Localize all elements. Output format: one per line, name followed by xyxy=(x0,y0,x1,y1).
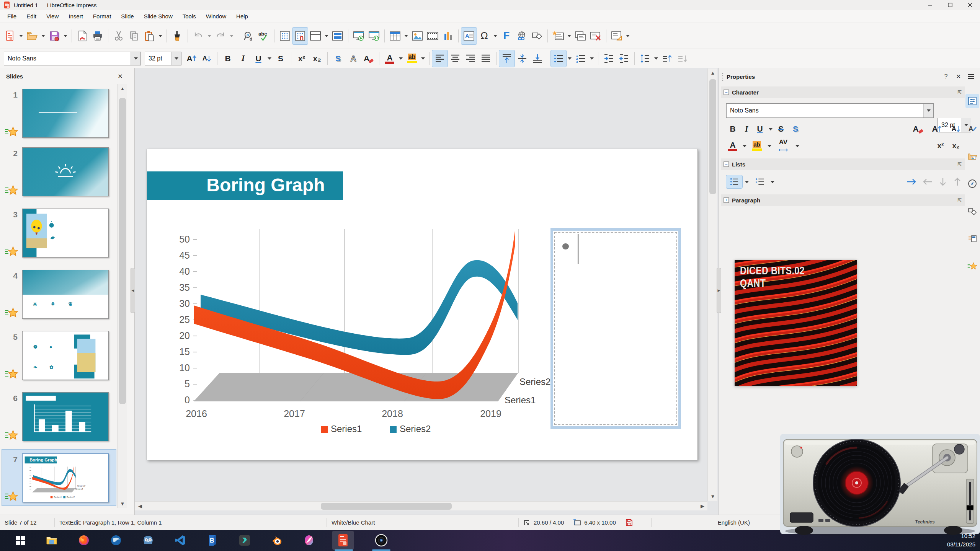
font-color-button[interactable]: A xyxy=(382,50,397,67)
save-button[interactable] xyxy=(47,28,62,44)
shadow-button[interactable]: S xyxy=(330,50,346,67)
strikethrough-button[interactable]: S xyxy=(273,50,288,67)
tab-gallery[interactable] xyxy=(965,149,979,163)
menu-file[interactable]: File xyxy=(2,11,21,22)
font-name-dropdown[interactable] xyxy=(131,52,140,65)
bold-button[interactable]: B xyxy=(220,50,235,67)
font-size-dropdown[interactable] xyxy=(171,52,181,65)
status-template-name[interactable]: White/Blue Chart xyxy=(327,519,518,526)
duplicate-slide-button[interactable] xyxy=(573,28,588,44)
sidebar-highlight-button[interactable]: ab xyxy=(750,139,764,152)
italic-button[interactable]: I xyxy=(235,50,251,67)
ordered-list-button[interactable]: 123 xyxy=(573,50,588,67)
canvas-horizontal-scrollbar[interactable]: ◀ ▶ xyxy=(135,501,707,510)
sidebar-character-spacing-dropdown[interactable] xyxy=(795,145,799,147)
clear-formatting-button[interactable]: A xyxy=(361,50,376,67)
undo-dropdown[interactable] xyxy=(207,35,211,37)
insert-table-dropdown[interactable] xyxy=(404,35,408,37)
sidebar-menu-icon[interactable] xyxy=(967,73,975,80)
status-unsaved-icon[interactable] xyxy=(621,519,637,527)
sidebar-font-name-dropdown[interactable] xyxy=(923,104,933,117)
section-lists[interactable]: − Lists ⇱ xyxy=(721,158,965,170)
paste-button[interactable] xyxy=(142,28,157,44)
taskbar-impress-icon[interactable] xyxy=(335,532,351,549)
slide-thumbnail-1[interactable] xyxy=(22,89,109,138)
unordered-list-dropdown[interactable] xyxy=(568,57,572,60)
align-center-button[interactable] xyxy=(448,50,463,67)
tab-character-styles[interactable]: A xyxy=(965,122,979,135)
new-document-button[interactable] xyxy=(2,28,18,44)
dialog-launcher-icon[interactable]: ⇱ xyxy=(957,90,962,95)
paste-dropdown[interactable] xyxy=(158,35,162,37)
sidebar-unordered-list-dropdown[interactable] xyxy=(745,181,749,183)
open-button[interactable] xyxy=(24,28,40,44)
special-character-button[interactable]: Ω xyxy=(477,28,492,44)
sidebar-font-color-dropdown[interactable] xyxy=(743,145,746,147)
sidebar-help-icon[interactable]: ? xyxy=(940,73,952,80)
slide-layout-dropdown[interactable] xyxy=(626,35,630,37)
taskbar-krita-icon[interactable] xyxy=(301,532,317,549)
insert-table-button[interactable] xyxy=(387,28,403,44)
slides-panel-splitter[interactable]: ◀ xyxy=(131,268,135,313)
menu-insert[interactable]: Insert xyxy=(64,11,88,22)
sidebar-italic-button[interactable]: I xyxy=(741,122,752,135)
collapse-icon[interactable]: − xyxy=(724,161,729,167)
snap-to-grid-button[interactable] xyxy=(292,28,308,44)
menu-format[interactable]: Format xyxy=(88,11,116,22)
sidebar-ordered-list-dropdown[interactable] xyxy=(771,181,774,183)
new-dropdown[interactable] xyxy=(19,35,23,37)
menu-window[interactable]: Window xyxy=(201,11,231,22)
line-spacing-dropdown[interactable] xyxy=(654,57,658,60)
canvas-vertical-scrollbar[interactable]: ▲ ▼ xyxy=(707,68,717,501)
scroll-up-icon[interactable]: ▲ xyxy=(708,70,718,76)
fontwork-button[interactable]: F xyxy=(499,28,514,44)
sidebar-close-icon[interactable]: ✕ xyxy=(952,73,965,80)
outline-font-button[interactable]: A xyxy=(346,50,361,67)
find-replace-button[interactable]: ad xyxy=(241,28,256,44)
tab-properties[interactable] xyxy=(965,94,979,108)
insert-textbox-button[interactable]: A xyxy=(461,28,477,44)
tab-animation[interactable] xyxy=(965,259,979,273)
tab-navigator[interactable] xyxy=(965,177,979,191)
minimize-button[interactable] xyxy=(920,0,940,10)
section-paragraph[interactable]: + Paragraph ⇱ xyxy=(721,194,965,206)
align-right-button[interactable] xyxy=(463,50,478,67)
delete-slide-button[interactable] xyxy=(588,28,603,44)
grow-font-button[interactable]: A xyxy=(184,50,199,67)
taskbar-prusa-icon[interactable] xyxy=(236,532,253,549)
slide-editing-area[interactable]: Boring Graph 50 45 40 35 30 25 20 15 xyxy=(147,149,698,460)
font-color-dropdown[interactable] xyxy=(399,57,403,60)
scroll-right-icon[interactable]: ▶ xyxy=(699,503,706,509)
align-top-button[interactable] xyxy=(499,50,514,67)
cut-button[interactable] xyxy=(111,28,126,44)
taskbar-firefox-icon[interactable] xyxy=(75,532,92,549)
sidebar-clear-formatting-button[interactable]: A xyxy=(910,122,926,135)
spelling-button[interactable]: abc xyxy=(256,28,271,44)
taskbar-file-explorer-icon[interactable] xyxy=(43,532,60,549)
taskbar-thunderbird-icon[interactable] xyxy=(108,532,124,549)
clone-formatting-button[interactable] xyxy=(170,28,185,44)
menu-help[interactable]: Help xyxy=(231,11,253,22)
start-from-current-slide-button[interactable] xyxy=(366,28,382,44)
sidebar-bold-button[interactable]: B xyxy=(726,122,739,135)
insert-media-button[interactable] xyxy=(425,28,440,44)
insert-chart-button[interactable] xyxy=(440,28,456,44)
sidebar-font-name-combo[interactable]: Noto Sans xyxy=(726,103,934,118)
font-name-combo[interactable]: Noto Sans xyxy=(4,52,141,65)
decrease-indent-button[interactable] xyxy=(616,50,632,67)
taskbar-vinyl-app-icon[interactable] xyxy=(373,532,390,549)
insert-image-button[interactable] xyxy=(410,28,425,44)
menu-slideshow[interactable]: Slide Show xyxy=(139,11,178,22)
taskbar-bitwig-icon[interactable]: B xyxy=(204,532,221,549)
shrink-font-button[interactable]: A xyxy=(199,50,214,67)
subscript-button[interactable]: x₂ xyxy=(309,50,325,67)
scroll-up-icon[interactable]: ▲ xyxy=(118,86,127,91)
start-from-first-slide-button[interactable] xyxy=(351,28,366,44)
slide-thumbnail-2[interactable] xyxy=(22,147,109,196)
slide-thumbnail-3[interactable] xyxy=(22,209,109,258)
menu-edit[interactable]: Edit xyxy=(21,11,41,22)
master-slide-button[interactable] xyxy=(330,28,345,44)
dialog-launcher-icon[interactable]: ⇱ xyxy=(957,197,962,203)
underline-dropdown[interactable] xyxy=(268,57,271,60)
sidebar-shrink-font-button[interactable]: A xyxy=(948,122,964,135)
